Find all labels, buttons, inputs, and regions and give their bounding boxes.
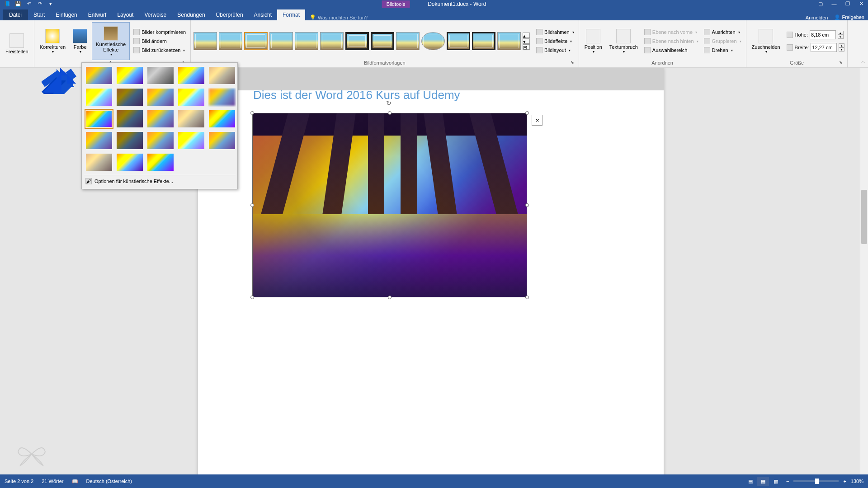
effect-pencil-gray[interactable] [146,66,175,85]
effect-crisscross[interactable] [146,131,175,150]
tab-entwurf[interactable]: Entwurf [83,9,112,20]
effect-photocopy[interactable] [115,152,144,172]
effect-cement[interactable] [85,131,113,150]
width-spinner-up[interactable]: ▴ [839,43,844,47]
bildeffekte-button[interactable]: Bildeffekte▾ [534,37,576,45]
save-button[interactable]: 💾 [14,0,22,8]
tab-layout[interactable]: Layout [112,9,139,20]
textumbruch-button[interactable]: Textumbruch ▾ [607,22,641,60]
tab-sendungen[interactable]: Sendungen [172,9,210,20]
effect-glow-diffused[interactable] [177,87,206,107]
picture-styles-gallery[interactable]: ▴▾⊟ [193,22,530,60]
effect-blur[interactable] [208,87,236,107]
korrekturen-button[interactable]: Korrekturen ▾ [37,22,68,60]
resize-handle-t[interactable] [388,111,392,115]
style-thumb-10[interactable] [421,32,445,50]
effect-paint-strokes[interactable] [115,87,144,107]
tab-format[interactable]: Format [277,9,305,20]
ausrichten-button[interactable]: Ausrichten▾ [702,28,743,36]
zoom-level[interactable]: 130% [851,479,863,484]
style-thumb-13[interactable] [497,32,521,50]
word-icon[interactable]: 📘 [4,0,11,8]
style-thumb-11[interactable] [447,32,470,50]
height-spinner-up[interactable]: ▴ [838,31,844,35]
effect-pencil-sketch[interactable] [177,66,206,85]
document-heading[interactable]: Dies ist der Word 2016 Kurs auf Udemy [253,88,460,102]
resize-handle-r[interactable] [525,203,529,207]
qat-customize[interactable]: ▾ [47,0,54,8]
language-indicator[interactable]: Deutsch (Österreich) [86,479,132,484]
artistic-effects-options[interactable]: 🖌 Optionen für künstlerische Effekte... [84,175,236,187]
tab-ueberpruefen[interactable]: Überprüfen [211,9,249,20]
tab-verweise[interactable]: Verweise [139,9,172,20]
effect-plastic-wrap[interactable] [208,131,236,150]
height-spinner-down[interactable]: ▾ [838,35,844,39]
zuschneiden-button[interactable]: Zuschneiden ▾ [749,22,783,60]
effect-mosaic[interactable] [177,109,206,129]
style-thumb-2[interactable] [219,32,242,50]
gallery-more-button[interactable]: ▴▾⊟ [523,33,530,50]
page-indicator[interactable]: Seite 2 von 2 [5,479,33,484]
print-layout-button[interactable]: ▦ [757,477,769,486]
sign-in-link[interactable]: Anmelden [806,15,828,20]
undo-button[interactable]: ↶ [25,0,33,8]
style-thumb-6[interactable] [320,32,344,50]
effect-film-grain[interactable] [146,109,175,129]
style-thumb-7[interactable] [345,32,369,50]
share-button[interactable]: 👤 Freigeben [834,14,864,20]
vertical-scrollbar[interactable] [860,68,868,474]
scrollbar-thumb[interactable] [861,190,867,244]
rotate-handle[interactable] [386,99,393,107]
width-spinner-down[interactable]: ▾ [839,47,844,52]
tab-ansicht[interactable]: Ansicht [249,9,277,20]
height-input[interactable] [810,30,836,39]
resize-handle-b[interactable] [388,296,392,299]
effect-chalk[interactable] [85,87,113,107]
auswahlbereich-button[interactable]: Auswahlbereich [642,46,700,54]
style-thumb-12[interactable] [472,32,495,50]
web-layout-button[interactable]: ▩ [770,477,782,486]
ribbon-display-options[interactable]: ▢ [814,0,827,8]
style-thumb-4[interactable] [269,32,293,50]
bild-zuruecksetzen-button[interactable]: Bild zurücksetzen▾ [132,46,188,54]
width-input[interactable] [811,43,837,52]
bilder-komprimieren-button[interactable]: Bilder komprimieren [132,28,188,36]
spellcheck-icon[interactable]: 📖 [72,479,78,484]
effect-paint-brush[interactable] [146,87,175,107]
zoom-slider-thumb[interactable] [815,479,819,484]
resize-handle-l[interactable] [250,203,254,207]
effect-glass[interactable] [208,109,236,129]
freistellen-button[interactable]: Freistellen [3,22,31,66]
kuenstlerische-effekte-button[interactable]: Künstlerische Effekte ▾ [92,22,130,60]
effect-light-screen[interactable] [85,109,113,129]
resize-handle-bl[interactable] [250,296,254,299]
minimize-button[interactable]: — [827,0,841,8]
zoom-out-button[interactable]: − [786,479,789,484]
dialog-launcher-icon[interactable]: ⬊ [570,60,575,66]
resize-handle-tr[interactable] [525,111,529,115]
farbe-button[interactable]: Farbe ▾ [70,22,90,60]
resize-handle-tl[interactable] [250,111,254,115]
bild-aendern-button[interactable]: Bild ändern [132,37,188,45]
close-button[interactable]: ✕ [854,0,868,8]
bildrahmen-button[interactable]: Bildrahmen▾ [534,28,576,36]
layout-options-button[interactable]: ⤧ [532,115,542,126]
effect-none[interactable] [85,66,113,85]
style-thumb-9[interactable] [396,32,420,50]
tell-me-search[interactable]: 💡 Was möchten Sie tun? [310,14,368,20]
effect-watercolor[interactable] [115,109,144,129]
zoom-slider[interactable] [793,480,839,482]
style-thumb-5[interactable] [295,32,318,50]
style-thumb-8[interactable] [371,32,394,50]
effect-cutout[interactable] [85,152,113,172]
read-mode-button[interactable]: ▤ [745,477,756,486]
zoom-in-button[interactable]: + [843,479,846,484]
tab-start[interactable]: Start [28,9,50,20]
effect-line-drawing[interactable] [208,66,236,85]
effect-glow-edges[interactable] [146,152,175,172]
style-thumb-1[interactable] [193,32,217,50]
selected-image[interactable] [252,113,527,297]
effect-texturizer[interactable] [115,131,144,150]
bildlayout-button[interactable]: Bildlayout▾ [534,46,576,54]
style-thumb-3[interactable] [244,32,268,50]
